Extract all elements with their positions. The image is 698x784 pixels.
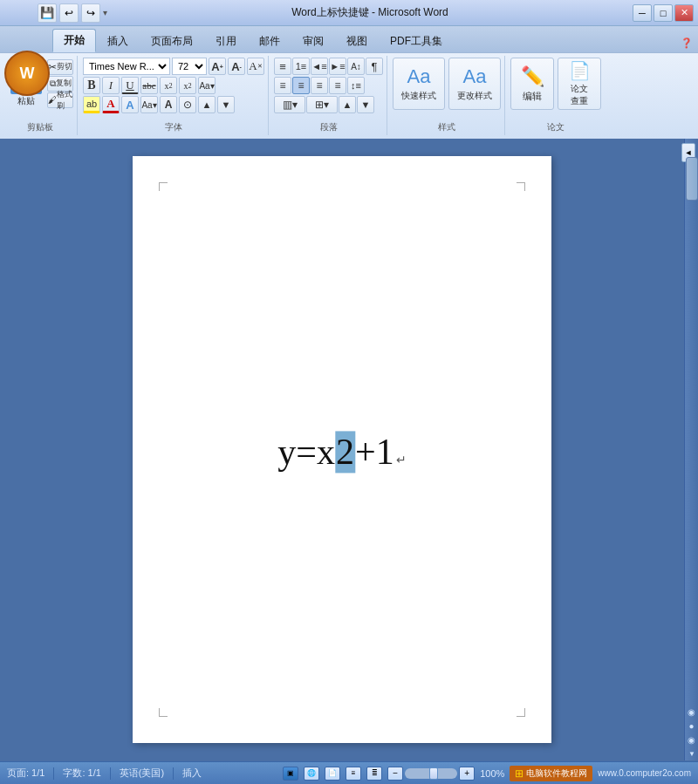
para-shrink-btn[interactable]: ▼ [357, 96, 374, 113]
maximize-button[interactable]: □ [654, 4, 673, 22]
tab-pdf[interactable]: PDF工具集 [379, 30, 454, 52]
numbering-button[interactable]: 1≡ [292, 58, 310, 75]
scroll-thumb[interactable] [686, 157, 698, 201]
clear-format-button[interactable]: A✕ [247, 58, 264, 75]
font-size-select[interactable]: 72 [172, 58, 207, 75]
content-scroll[interactable]: y=x2+1↵ [0, 139, 684, 760]
bullets-button[interactable]: ≡ [274, 58, 291, 75]
next-page-button[interactable]: ◉ [685, 733, 699, 747]
shrink-font-button[interactable]: A- [228, 58, 245, 75]
watermark-label: 电脑软件教程网 [526, 767, 587, 780]
change-case-button[interactable]: Aa▾ [198, 77, 216, 94]
para-expand-btn[interactable]: ▲ [339, 96, 356, 113]
scroll-down-button[interactable]: ▼ [685, 747, 698, 760]
quick-access-save[interactable]: 💾 [38, 3, 57, 23]
font-name-select[interactable]: Times New R... [83, 58, 170, 75]
corner-bl [159, 708, 168, 717]
zoom-percent[interactable]: 100% [480, 768, 504, 779]
shading-button[interactable]: ▥▾ [274, 96, 305, 113]
page-view-button[interactable]: 📄 [325, 767, 340, 781]
web-view-button[interactable]: 🌐 [304, 767, 319, 781]
draft-view-button[interactable]: ≣ [366, 767, 382, 781]
styles-group: Aa 快速样式 Aa 更改样式 样式 [389, 56, 505, 135]
circle-btn[interactable]: ⊙ [179, 96, 196, 113]
superscript-button[interactable]: x2 [179, 77, 196, 94]
highlight-button[interactable]: ab [83, 96, 100, 113]
subscript-button[interactable]: x2 [160, 77, 177, 94]
editing-inner: ✏️ 编辑 📄 论文查重 [510, 58, 601, 110]
normal-view-button[interactable]: ▣ [283, 767, 298, 781]
font-color-button[interactable]: A [102, 96, 120, 113]
decrease-indent-button[interactable]: ◄≡ [311, 58, 328, 75]
line-spacing-button[interactable]: ↕≡ [347, 77, 365, 94]
main-area: y=x2+1↵ ◄ ▲ ◉ ● ◉ ▼ [0, 139, 698, 760]
page-status[interactable]: 页面: 1/1 [7, 767, 44, 780]
strikethrough-button[interactable]: abc [140, 77, 158, 94]
clipboard-small-btns: ✂ 剪切 ⧉ 复制 🖌 格式刷 [47, 59, 73, 108]
tab-references[interactable]: 引用 [204, 30, 248, 52]
edit-button[interactable]: ✏️ 编辑 [510, 58, 554, 110]
paper-check-button[interactable]: 📄 论文查重 [558, 58, 601, 110]
ribbon-tabs: 开始 插入 页面布局 引用 邮件 审阅 视图 PDF工具集 ❓ [0, 26, 698, 52]
formula-content[interactable]: y=x2+1↵ [277, 431, 406, 473]
tab-mail[interactable]: 邮件 [248, 30, 291, 52]
align-left-button[interactable]: ≡ [274, 77, 291, 94]
grow-font-button[interactable]: A+ [209, 58, 226, 75]
font-group: Times New R... 72 A+ A- A✕ B I U abc x2 … [79, 56, 269, 135]
cut-button[interactable]: ✂ 剪切 [47, 59, 73, 75]
arrow-up-font[interactable]: ▲ [198, 96, 216, 113]
zoom-slider[interactable] [405, 768, 457, 779]
tab-layout[interactable]: 页面布局 [140, 30, 204, 52]
zoom-in-button[interactable]: + [459, 767, 475, 781]
arrow-dn-font[interactable]: ▼ [217, 96, 235, 113]
underline-button[interactable]: U [121, 77, 139, 94]
change-styles-icon: Aa [463, 65, 487, 88]
tab-insert[interactable]: 插入 [96, 30, 140, 52]
show-para-button[interactable]: ¶ [366, 58, 383, 75]
italic-button[interactable]: I [102, 77, 120, 94]
vertical-scrollbar[interactable]: ▲ ◉ ● ◉ ▼ [684, 139, 698, 760]
windows-logo: ⊞ [515, 767, 524, 780]
quick-access-undo[interactable]: ↩ [59, 3, 79, 23]
justify-button[interactable]: ≡ [329, 77, 346, 94]
quick-access-redo[interactable]: ↪ [81, 3, 100, 23]
tab-review[interactable]: 审阅 [291, 30, 335, 52]
help-btn[interactable]: ❓ [675, 34, 698, 52]
align-center-button[interactable]: ≡ [292, 77, 310, 94]
bold-button[interactable]: B [83, 77, 100, 94]
word-count-status[interactable]: 字数: 1/1 [63, 767, 100, 780]
zoom-out-button[interactable]: − [387, 767, 403, 781]
align-right-button[interactable]: ≡ [311, 77, 328, 94]
tab-view[interactable]: 视图 [335, 30, 379, 52]
edit-label: 编辑 [523, 90, 542, 103]
close-button[interactable]: ✕ [674, 4, 694, 22]
scroll-extra: ◉ ● ◉ [685, 705, 698, 747]
increase-indent-button[interactable]: ►≡ [329, 58, 346, 75]
change-styles-button[interactable]: Aa 更改样式 [448, 58, 501, 110]
text-effect-a-button[interactable]: A [121, 96, 139, 113]
insert-mode-status[interactable]: 插入 [182, 767, 202, 780]
format-painter-button[interactable]: 🖌 格式刷 [47, 92, 73, 108]
prev-page-button[interactable]: ◉ [685, 705, 699, 719]
sort-button[interactable]: A↕ [347, 58, 365, 75]
corner-tr [517, 182, 525, 191]
font-expand-button[interactable]: A [160, 96, 177, 113]
outline-view-button[interactable]: ≡ [346, 767, 361, 781]
change-case-btn2[interactable]: Aa▾ [140, 96, 158, 113]
minimize-button[interactable]: ─ [633, 4, 652, 22]
document-page[interactable]: y=x2+1↵ [133, 156, 551, 743]
zoom-thumb [429, 767, 438, 780]
font-label: 字体 [165, 121, 182, 133]
formula-after: +1 [355, 431, 394, 473]
para-row-1: ≡ 1≡ ◄≡ ►≡ A↕ ¶ [274, 58, 383, 75]
language-status[interactable]: 英语(美国) [120, 767, 164, 780]
select-browse-object[interactable]: ● [685, 719, 699, 733]
paper-check-label: 论文查重 [571, 83, 588, 107]
change-styles-label: 更改样式 [457, 90, 492, 102]
borders-button[interactable]: ⊞▾ [306, 96, 338, 113]
office-button[interactable]: W [4, 51, 50, 96]
quick-styles-button[interactable]: Aa 快速样式 [393, 58, 445, 110]
scroll-track[interactable] [685, 153, 698, 705]
tab-home[interactable]: 开始 [52, 29, 96, 52]
watermark-btn[interactable]: ⊞ 电脑软件教程网 [510, 766, 592, 781]
